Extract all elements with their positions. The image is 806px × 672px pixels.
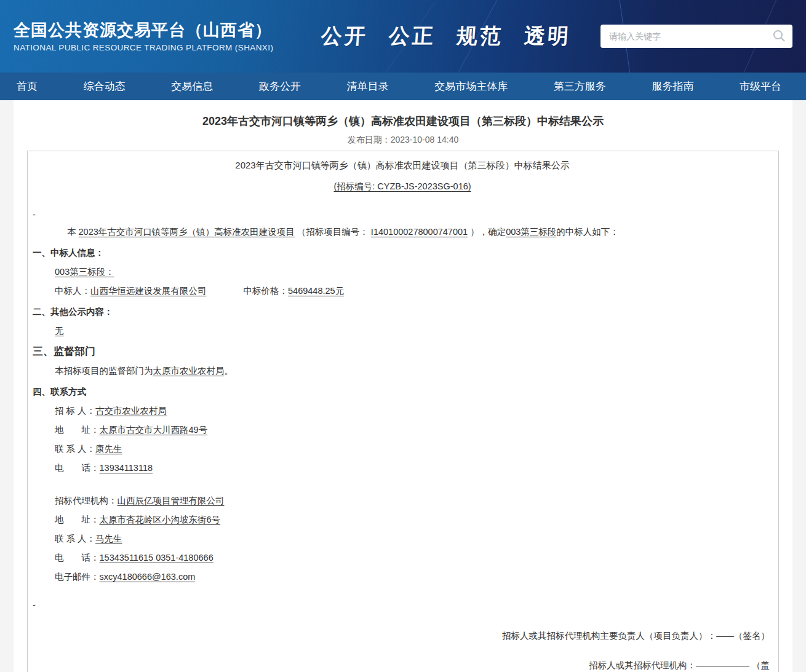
slogan-word: 规范	[456, 22, 505, 50]
slogan: 公开 公正 规范 透明	[292, 22, 601, 50]
project-name: 2023年古交市河口镇等两乡（镇）高标准农田建设项目	[79, 227, 295, 237]
contact-value: 太原市古交市大川西路49号	[100, 425, 208, 435]
section1-heading: 一、中标人信息：	[33, 246, 772, 259]
nav-item-news[interactable]: 综合动态	[84, 79, 126, 93]
contact-row: 联 系 人：康先生	[33, 442, 772, 456]
tender-code: (招标编号: CYZB-JS-2023SG-016)	[33, 180, 772, 193]
search-input[interactable]	[609, 31, 772, 41]
supervisor-dept: 太原市农业农村局	[153, 366, 225, 376]
nav-item-market-subjects[interactable]: 交易市场主体库	[434, 79, 508, 93]
site-header: 全国公共资源交易平台（山西省） NATIONAL PUBLIC RESOURCE…	[0, 0, 806, 73]
section2-heading: 二、其他公示内容：	[33, 305, 772, 318]
site-subtitle: NATIONAL PUBLIC RESOURCE TRADING PLATFOR…	[14, 43, 273, 52]
contact-label: 电子邮件：	[55, 572, 100, 582]
search-icon	[772, 35, 786, 44]
contact-label: 招 标 人：	[55, 406, 95, 416]
document-box: 2023年古交市河口镇等两乡（镇）高标准农田建设项目（第三标段）中标结果公示 (…	[27, 151, 779, 672]
project-code: I1401000278000747001	[371, 227, 468, 237]
slogan-word: 公正	[388, 22, 437, 50]
site-title: 全国公共资源交易平台（山西省）	[14, 20, 273, 41]
contact-value: 13934113118	[100, 463, 153, 473]
contact-value: 太原市杏花岭区小沟坡东街6号	[100, 515, 221, 524]
contact-row: 电子邮件：sxcy4180666@163.com	[33, 570, 772, 583]
contact-value: 山西辰亿项目管理有限公司	[118, 496, 225, 505]
dash-mark: -	[33, 208, 772, 221]
search-box	[601, 25, 792, 48]
section2-content: 无	[33, 324, 772, 338]
contact-value: 康先生	[95, 444, 122, 454]
contact-row: 电 话：15343511615 0351-4180666	[33, 551, 772, 564]
price-label: 中标价格：	[244, 286, 289, 296]
nav-item-service-guide[interactable]: 服务指南	[652, 79, 693, 93]
contact-value: sxcy4180666@163.com	[100, 572, 196, 582]
publish-date: 发布日期：2023-10-08 14:40	[14, 135, 792, 146]
section4-heading: 四、联系方式	[33, 385, 772, 398]
contact-label: 联 系 人：	[55, 534, 95, 544]
nav-item-third-party[interactable]: 第三方服务	[554, 79, 606, 93]
signature-line-2: 招标人或其招标代理机构：—————— （盖	[33, 658, 772, 672]
winner-line: 中标人：山西华恒远建设发展有限公司 中标价格：5469448.25元	[33, 284, 772, 298]
section1-lot: 003第三标段：	[33, 265, 772, 279]
winner-label: 中标人：	[55, 286, 90, 296]
section-name: 003第三标段	[506, 227, 556, 237]
signature-line-1: 招标人或其招标代理机构主要负责人（项目负责人）：——（签名）	[33, 629, 772, 642]
contact-label: 电 话：	[55, 553, 100, 563]
contact-value: 马先生	[95, 534, 122, 544]
contact-row: 地 址：太原市杏花岭区小沟坡东街6号	[33, 513, 772, 526]
dash-mark: -	[33, 598, 772, 612]
price-value: 5469448.25元	[288, 286, 344, 296]
nav-item-trade-info[interactable]: 交易信息	[171, 79, 213, 93]
contact-label: 联 系 人：	[55, 444, 95, 454]
contact-row: 招 标 人：古交市农业农村局	[33, 404, 772, 417]
nav-item-catalog[interactable]: 清单目录	[347, 79, 389, 93]
section3-content: 本招标项目的监督部门为太原市农业农村局。	[33, 364, 772, 378]
page-title: 2023年古交市河口镇等两乡（镇）高标准农田建设项目（第三标段）中标结果公示	[14, 100, 792, 128]
contact-row: 电 话：13934113118	[33, 461, 772, 475]
contact-row: 招标代理机构：山西辰亿项目管理有限公司	[33, 494, 772, 507]
contact-label: 招标代理机构：	[55, 496, 118, 505]
site-brand: 全国公共资源交易平台（山西省） NATIONAL PUBLIC RESOURCE…	[14, 20, 273, 53]
winner-name: 山西华恒远建设发展有限公司	[90, 286, 207, 296]
nav-item-home[interactable]: 首页	[17, 79, 38, 93]
contact-label: 地 址：	[55, 425, 100, 435]
nav-item-city-platform[interactable]: 市级平台	[740, 79, 781, 93]
contact-label: 地 址：	[55, 515, 100, 524]
contact-row: 地 址：太原市古交市大川西路49号	[33, 423, 772, 437]
section3-heading: 三、监督部门	[33, 345, 772, 358]
intro-paragraph: 本 2023年古交市河口镇等两乡（镇）高标准农田建设项目 （招标项目编号： I1…	[33, 225, 772, 239]
main-nav: 首页 综合动态 交易信息 政务公开 清单目录 交易市场主体库 第三方服务 服务指…	[0, 73, 806, 100]
contact-value: 古交市农业农村局	[95, 406, 167, 416]
nav-item-gov-open[interactable]: 政务公开	[259, 79, 301, 93]
content-area: 2023年古交市河口镇等两乡（镇）高标准农田建设项目（第三标段）中标结果公示 发…	[14, 100, 792, 672]
contact-label: 电 话：	[55, 463, 100, 473]
slogan-word: 透明	[524, 22, 572, 50]
contact-row: 联 系 人：马先生	[33, 532, 772, 545]
contact-value: 15343511615 0351-4180666	[100, 553, 213, 563]
slogan-word: 公开	[321, 22, 369, 50]
search-button[interactable]	[772, 29, 786, 44]
document-title: 2023年古交市河口镇等两乡（镇）高标准农田建设项目（第三标段）中标结果公示	[33, 159, 772, 172]
